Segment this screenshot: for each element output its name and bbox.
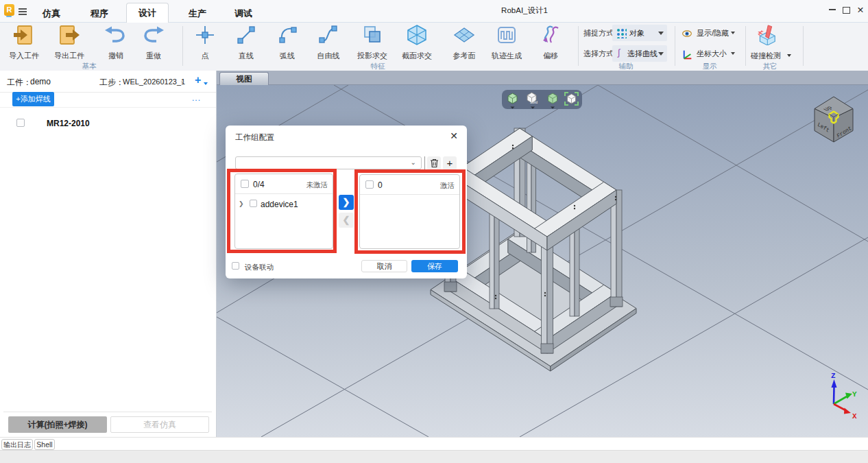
svg-text:X: X	[852, 412, 857, 420]
svg-text:Y: Y	[852, 390, 857, 399]
svg-text:Z: Z	[831, 372, 836, 380]
svg-text:Solid: Solid	[530, 100, 538, 104]
